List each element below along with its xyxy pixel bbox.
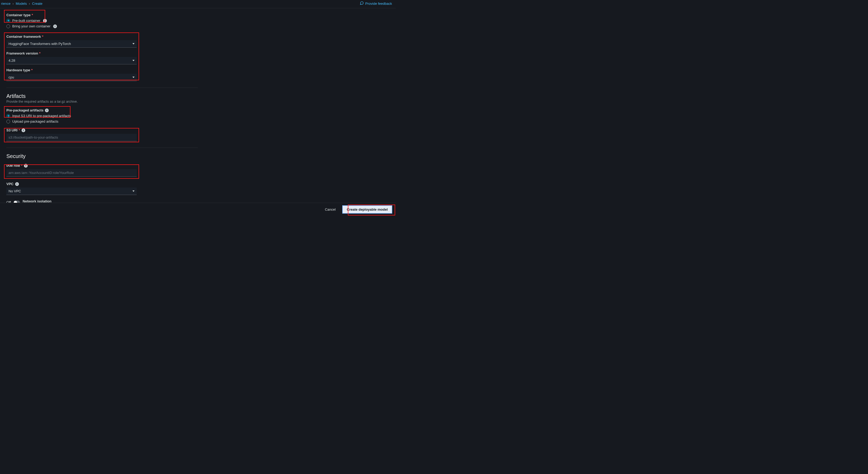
iam-role-input[interactable]	[6, 169, 137, 177]
breadcrumb[interactable]: rience › Models › Create	[1, 2, 42, 6]
s3-uri-input[interactable]	[6, 134, 137, 141]
info-icon[interactable]: i	[15, 182, 19, 186]
chevron-down-icon	[132, 190, 134, 192]
radio-input-s3-uri[interactable]: Input S3 URI to pre-packaged artifacts	[6, 114, 389, 118]
container-type-label: Container type *	[6, 13, 198, 17]
security-heading: Security	[6, 153, 389, 159]
info-icon[interactable]: i	[43, 19, 47, 23]
chevron-down-icon	[132, 77, 134, 78]
info-icon[interactable]: i	[24, 164, 28, 168]
radio-icon	[6, 114, 10, 118]
breadcrumb-item[interactable]: Models	[16, 2, 27, 6]
chevron-right-icon: ›	[29, 2, 30, 6]
vpc-select[interactable]: No VPC	[6, 187, 137, 195]
chevron-down-icon	[132, 43, 134, 45]
hardware-type-select[interactable]: cpu	[6, 74, 137, 81]
breadcrumb-item[interactable]: Create	[32, 2, 42, 6]
radio-bring-your-own-container[interactable]: Bring your own container i	[6, 24, 198, 28]
container-framework-select[interactable]: HuggingFace Transformers with PyTorch	[6, 40, 137, 48]
chat-icon	[360, 1, 364, 6]
container-framework-label: Container framework*	[6, 35, 389, 38]
provide-feedback-link[interactable]: Provide feedback	[360, 1, 392, 6]
radio-icon	[6, 19, 10, 23]
cancel-button[interactable]: Cancel	[321, 206, 339, 213]
hardware-type-label: Hardware type*	[6, 68, 389, 72]
radio-icon	[6, 120, 10, 123]
info-icon[interactable]: i	[53, 25, 57, 28]
breadcrumb-item[interactable]: rience	[1, 2, 10, 6]
radio-upload-artifacts[interactable]: Upload pre-packaged artifacts	[6, 119, 389, 123]
iam-role-label: IAM role* i	[6, 164, 389, 168]
chevron-down-icon	[132, 60, 134, 61]
chevron-right-icon: ›	[12, 2, 13, 6]
radio-icon	[6, 25, 10, 28]
artifacts-heading: Artifacts	[6, 93, 389, 99]
radio-prebuilt-container[interactable]: Pre-built container i	[6, 19, 198, 23]
framework-version-select[interactable]: 4.28	[6, 57, 137, 64]
info-icon[interactable]: i	[22, 128, 25, 132]
artifacts-subtitle: Provide the required artifacts as a tar.…	[6, 100, 389, 103]
s3-uri-label: S3 URI* i	[6, 128, 389, 132]
info-icon[interactable]: i	[45, 109, 49, 112]
pre-packaged-artifacts-label: Pre-packaged artifacts i	[6, 108, 389, 112]
framework-version-label: Framework version*	[6, 51, 389, 55]
create-deployable-model-button[interactable]: Create deployable model	[343, 206, 392, 213]
vpc-label: VPC i	[6, 182, 389, 186]
